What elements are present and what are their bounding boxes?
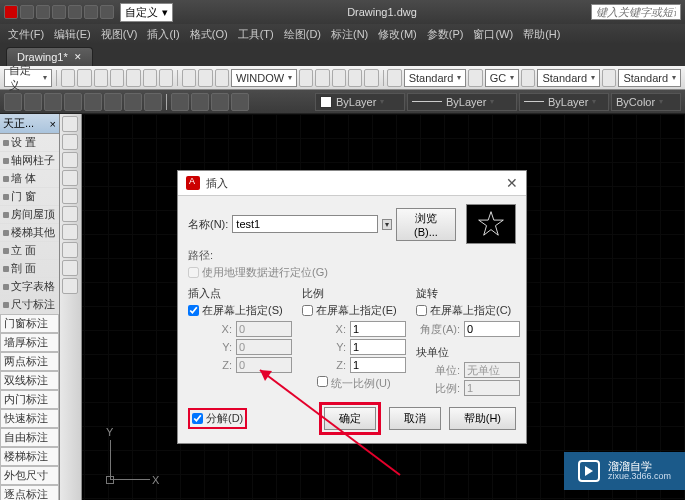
- layer-icon[interactable]: [231, 93, 249, 111]
- list-item[interactable]: 双线标注: [0, 371, 59, 390]
- menu-file[interactable]: 文件(F): [4, 25, 48, 44]
- onscreen-checkbox[interactable]: [188, 305, 199, 316]
- cancel-button[interactable]: 取消: [389, 407, 441, 430]
- combo-color[interactable]: ByLayer▾: [315, 93, 405, 111]
- draw-tool-icon[interactable]: [62, 224, 78, 240]
- menu-window[interactable]: 窗口(W): [469, 25, 517, 44]
- tool-icon[interactable]: [94, 69, 108, 87]
- browse-button[interactable]: 浏览(B)...: [396, 208, 455, 241]
- tool-icon[interactable]: [521, 69, 535, 87]
- tool-icon[interactable]: [198, 69, 212, 87]
- list-item[interactable]: 外包尺寸: [0, 466, 59, 485]
- combo-textstyle[interactable]: Standard▾: [404, 69, 467, 87]
- combo-gc[interactable]: GC▾: [485, 69, 520, 87]
- list-item[interactable]: 墙厚标注: [0, 333, 59, 352]
- help-search-input[interactable]: [591, 4, 681, 20]
- layer-icon[interactable]: [64, 93, 82, 111]
- list-item[interactable]: 剖 面: [0, 260, 59, 278]
- redo-icon[interactable]: [84, 5, 98, 19]
- list-item[interactable]: 逐点标注: [0, 485, 59, 500]
- combo-dimstyle[interactable]: Standard▾: [537, 69, 600, 87]
- menu-tools[interactable]: 工具(T): [234, 25, 278, 44]
- layer-icon[interactable]: [24, 93, 42, 111]
- list-item[interactable]: 立 面: [0, 242, 59, 260]
- tool-icon[interactable]: [61, 69, 75, 87]
- draw-tool-icon[interactable]: [62, 116, 78, 132]
- scale-x-input[interactable]: [350, 321, 406, 337]
- app-menu-icon[interactable]: [4, 5, 18, 19]
- name-input[interactable]: [232, 215, 378, 233]
- list-item[interactable]: 设 置: [0, 134, 59, 152]
- tool-icon[interactable]: [182, 69, 196, 87]
- save-icon[interactable]: [52, 5, 66, 19]
- layer-icon[interactable]: [211, 93, 229, 111]
- draw-tool-icon[interactable]: [62, 260, 78, 276]
- draw-tool-icon[interactable]: [62, 134, 78, 150]
- tool-icon[interactable]: [110, 69, 124, 87]
- menu-param[interactable]: 参数(P): [423, 25, 468, 44]
- combo-plotstyle[interactable]: ByColor▾: [611, 93, 681, 111]
- menu-insert[interactable]: 插入(I): [143, 25, 183, 44]
- layer-icon[interactable]: [191, 93, 209, 111]
- combo-lineweight[interactable]: ByLayer▾: [519, 93, 609, 111]
- help-button[interactable]: 帮助(H): [449, 407, 516, 430]
- tool-icon[interactable]: [387, 69, 401, 87]
- combo-window[interactable]: WINDOW▾: [231, 69, 297, 87]
- ok-button[interactable]: 确定: [324, 407, 376, 430]
- tool-icon[interactable]: [299, 69, 313, 87]
- dialog-titlebar[interactable]: 插入 ✕: [178, 171, 526, 196]
- workspace-dropdown[interactable]: 自定义 ▾: [120, 3, 173, 22]
- layer-icon[interactable]: [84, 93, 102, 111]
- print-icon[interactable]: [100, 5, 114, 19]
- list-item[interactable]: 自由标注: [0, 428, 59, 447]
- tool-icon[interactable]: [364, 69, 378, 87]
- layer-icon[interactable]: [104, 93, 122, 111]
- explode-checkbox[interactable]: [192, 413, 203, 424]
- list-item[interactable]: 文字表格: [0, 278, 59, 296]
- chevron-down-icon[interactable]: ▾: [382, 219, 392, 230]
- tool-icon[interactable]: [348, 69, 362, 87]
- tab-close-icon[interactable]: ✕: [74, 52, 82, 62]
- combo-custom[interactable]: 自定义▾: [4, 69, 52, 87]
- list-item[interactable]: 轴网柱子: [0, 152, 59, 170]
- draw-tool-icon[interactable]: [62, 152, 78, 168]
- tool-icon[interactable]: [332, 69, 346, 87]
- tool-icon[interactable]: [602, 69, 616, 87]
- uniform-checkbox[interactable]: [317, 376, 328, 387]
- draw-tool-icon[interactable]: [62, 206, 78, 222]
- layer-icon[interactable]: [44, 93, 62, 111]
- tool-icon[interactable]: [468, 69, 482, 87]
- draw-tool-icon[interactable]: [62, 188, 78, 204]
- palette-title[interactable]: 天正...×: [0, 114, 59, 134]
- onscreen-checkbox[interactable]: [416, 305, 427, 316]
- draw-tool-icon[interactable]: [62, 242, 78, 258]
- list-item[interactable]: 楼梯其他: [0, 224, 59, 242]
- scale-y-input[interactable]: [350, 339, 406, 355]
- tool-icon[interactable]: [126, 69, 140, 87]
- layer-icon[interactable]: [144, 93, 162, 111]
- open-icon[interactable]: [36, 5, 50, 19]
- draw-tool-icon[interactable]: [62, 170, 78, 186]
- list-item[interactable]: 墙 体: [0, 170, 59, 188]
- combo-tablestyle[interactable]: Standard▾: [618, 69, 681, 87]
- onscreen-checkbox[interactable]: [302, 305, 313, 316]
- menu-draw[interactable]: 绘图(D): [280, 25, 325, 44]
- scale-z-input[interactable]: [350, 357, 406, 373]
- menu-view[interactable]: 视图(V): [97, 25, 142, 44]
- layer-icon[interactable]: [124, 93, 142, 111]
- menu-modify[interactable]: 修改(M): [374, 25, 421, 44]
- tool-icon[interactable]: [77, 69, 91, 87]
- list-item[interactable]: 门 窗: [0, 188, 59, 206]
- close-icon[interactable]: ✕: [506, 175, 518, 191]
- menu-edit[interactable]: 编辑(E): [50, 25, 95, 44]
- tool-icon[interactable]: [159, 69, 173, 87]
- menu-help[interactable]: 帮助(H): [519, 25, 564, 44]
- combo-linetype[interactable]: ByLayer▾: [407, 93, 517, 111]
- angle-input[interactable]: [464, 321, 520, 337]
- list-item[interactable]: 门窗标注: [0, 314, 59, 333]
- tool-icon[interactable]: [215, 69, 229, 87]
- new-icon[interactable]: [20, 5, 34, 19]
- tool-icon[interactable]: [315, 69, 329, 87]
- draw-tool-icon[interactable]: [62, 278, 78, 294]
- tool-icon[interactable]: [143, 69, 157, 87]
